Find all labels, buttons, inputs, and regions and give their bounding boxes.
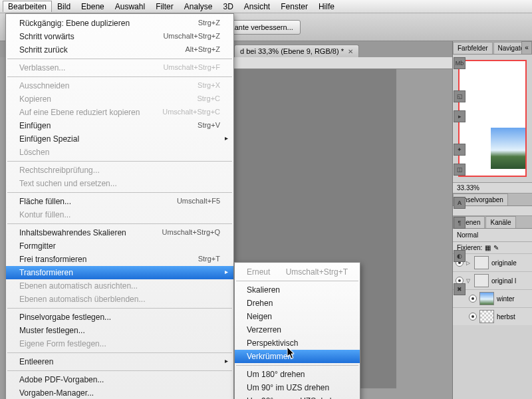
transform-submenu-item[interactable]: Um 180° drehen	[235, 368, 360, 381]
layer-name: originale	[491, 259, 517, 267]
layer-thumb	[479, 310, 494, 323]
edit-menu-item: Text suchen und ersetzen...	[6, 177, 233, 190]
edit-menu-item[interactable]: Transformieren	[6, 266, 233, 279]
menu-fenster[interactable]: Fenster	[275, 1, 313, 13]
edit-menu-item[interactable]: Schritt vorwärtsUmschalt+Strg+Z	[6, 30, 233, 43]
fold-icon[interactable]: ▽	[466, 278, 471, 284]
tab-kanaele[interactable]: Kanäle	[485, 216, 515, 228]
edit-menu-item[interactable]: Rückgängig: Ebene duplizierenStrg+Z	[6, 17, 233, 30]
edit-menu-item: KopierenStrg+C	[6, 92, 233, 106]
edit-menu-item[interactable]: Formgitter	[6, 239, 233, 253]
menu-bearbeiten[interactable]: Bearbeiten	[3, 1, 52, 12]
fold-icon[interactable]: ▷	[466, 260, 471, 266]
navigator-image	[491, 128, 525, 169]
edit-menu-item: AusschneidenStrg+X	[6, 79, 233, 92]
edit-menu-item[interactable]: Frei transformierenStrg+T	[6, 253, 233, 266]
menu-filter[interactable]: Filter	[150, 1, 179, 13]
clone-source-icon[interactable]: ◫	[454, 164, 466, 176]
mini-bridge-icon[interactable]: Mb	[454, 57, 466, 69]
transform-submenu-item[interactable]: Perspektivisch	[235, 336, 360, 350]
edit-menu-item[interactable]: Schritt zurückAlt+Strg+Z	[6, 43, 233, 57]
layer-name: original l	[491, 277, 516, 285]
navigator-panel-tabs: Farbfelder Navigator	[453, 41, 532, 55]
paragraph-icon[interactable]: ¶	[454, 217, 466, 229]
transform-submenu-item[interactable]: Verzerren	[235, 323, 360, 336]
lock-transparency-icon[interactable]: ▦	[485, 244, 491, 251]
transform-submenu: ErneutUmschalt+Strg+TSkalierenDrehenNeig…	[234, 262, 360, 399]
layer-thumb	[479, 292, 494, 305]
menu-auswahl[interactable]: Auswahl	[110, 1, 150, 13]
layer-name: herbst	[497, 313, 515, 321]
document-tab[interactable]: d bei 33,3% (Ebene 9, RGB/8) * ✕	[234, 45, 359, 57]
transform-submenu-item[interactable]: Verkrümmen	[235, 350, 360, 363]
layer-row[interactable]: herbst	[453, 307, 532, 325]
panel-expand-icon[interactable]: «	[521, 41, 532, 55]
menu-analyse[interactable]: Analyse	[179, 1, 218, 13]
edit-menu-item: Ebenen automatisch überblenden...	[6, 293, 233, 306]
edit-menu-item: Kontur füllen...	[6, 208, 233, 221]
close-icon[interactable]: ✕	[348, 48, 353, 55]
menu-ebene[interactable]: Ebene	[76, 1, 110, 13]
menu-3d[interactable]: 3D	[218, 1, 239, 13]
visibility-icon[interactable]	[469, 295, 477, 303]
brush-icon[interactable]: ✦	[454, 144, 466, 156]
info-icon[interactable]: ◐	[454, 250, 466, 262]
menubar: BearbeitenBildEbeneAuswahlFilterAnalyse3…	[0, 0, 532, 13]
transform-submenu-item[interactable]: Neigen	[235, 310, 360, 323]
edit-menu-item: Eigene Form festlegen...	[6, 337, 233, 350]
edit-menu-item[interactable]: Pinselvorgabe festlegen...	[6, 311, 233, 324]
layer-thumb	[474, 256, 489, 269]
edit-menu-item[interactable]: EinfügenStrg+V	[6, 119, 233, 132]
edit-menu-item[interactable]: Vorgaben-Manager...	[6, 386, 233, 399]
edit-menu-item: Löschen	[6, 146, 233, 159]
transform-submenu-item[interactable]: Um 90° im UZS drehen	[235, 381, 360, 394]
menu-ansicht[interactable]: Ansicht	[239, 1, 275, 13]
edit-menu-item[interactable]: Adobe PDF-Vorgaben...	[6, 373, 233, 386]
edit-menu-item[interactable]: Fläche füllen...Umschalt+F5	[6, 195, 233, 208]
layer-name: winter	[497, 295, 515, 303]
panel-icon-strip: Mb ◱ ▸ ✦ ◫ A ¶ ◐ ✖	[452, 57, 467, 295]
visibility-icon[interactable]	[469, 313, 477, 321]
transform-submenu-item: ErneutUmschalt+Strg+T	[235, 265, 360, 279]
edit-menu-item: Rechtschreibprüfung...	[6, 164, 233, 177]
refine-edge-button[interactable]: Kante verbessern...	[222, 20, 300, 35]
navigator-thumbnail[interactable]	[458, 60, 527, 177]
menu-hilfe[interactable]: Hilfe	[313, 1, 340, 13]
edit-menu-item[interactable]: Einfügen Spezial	[6, 132, 233, 146]
lock-pixels-icon[interactable]: ✎	[493, 244, 499, 251]
history-icon[interactable]: ◱	[454, 90, 466, 102]
tab-title: d bei 33,3% (Ebene 9, RGB/8) *	[240, 47, 344, 55]
edit-menu-dropdown: Rückgängig: Ebene duplizierenStrg+ZSchri…	[5, 13, 234, 399]
character-icon[interactable]: A	[454, 197, 466, 209]
transform-submenu-item[interactable]: Skalieren	[235, 283, 360, 297]
transform-submenu-item[interactable]: Um 90° gegen UZS drehen	[235, 394, 360, 399]
tool-presets-icon[interactable]: ✖	[454, 283, 466, 295]
tab-farbfelder[interactable]: Farbfelder	[453, 42, 493, 54]
layer-thumb	[474, 274, 489, 287]
edit-menu-item: Auf eine Ebene reduziert kopierenUmschal…	[6, 106, 233, 119]
transform-submenu-item[interactable]: Drehen	[235, 297, 360, 310]
edit-menu-item: Ebenen automatisch ausrichten...	[6, 279, 233, 293]
edit-menu-item[interactable]: Entleeren	[6, 355, 233, 368]
edit-menu-item[interactable]: Muster festlegen...	[6, 324, 233, 337]
actions-icon[interactable]: ▸	[454, 110, 466, 122]
menu-bild[interactable]: Bild	[52, 1, 76, 13]
edit-menu-item[interactable]: Inhaltsbewahrendes SkalierenUmschalt+Str…	[6, 226, 233, 239]
edit-menu-item: Verblassen...Umschalt+Strg+F	[6, 61, 233, 74]
